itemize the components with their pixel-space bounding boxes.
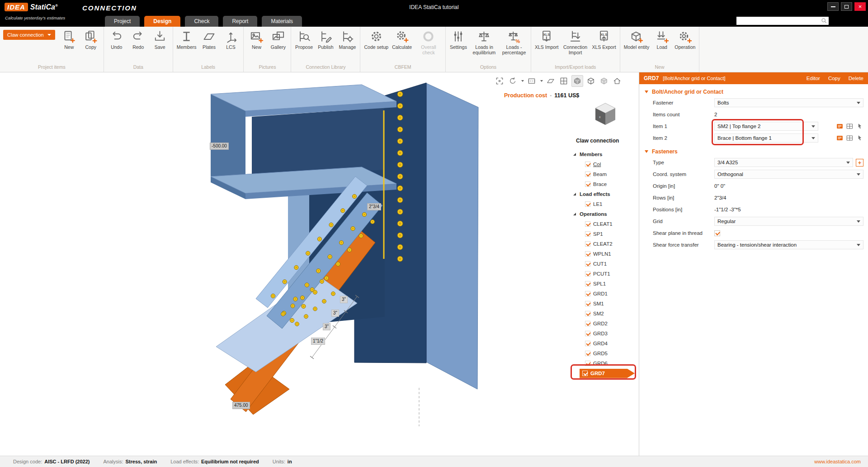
prop-dropdown-type[interactable]: 3/4 A325 (714, 158, 853, 167)
prop-dropdown-item-1[interactable]: SM2 | Top flange 2 (714, 122, 818, 131)
tree-item-le1[interactable]: LE1 (568, 199, 638, 209)
model-3d-view[interactable] (0, 72, 639, 456)
props-action-editor[interactable]: Editor (807, 76, 820, 81)
props-action-copy[interactable]: Copy (828, 76, 840, 81)
checkbox-checked-icon[interactable] (585, 201, 590, 207)
tree-item-cut1[interactable]: CUT1 (568, 259, 638, 269)
checkbox-checked-icon[interactable] (585, 172, 590, 177)
tree-section-operations[interactable]: Operations (568, 209, 638, 219)
ribbon-button-load[interactable]: Load (651, 28, 672, 51)
minimize-icon[interactable] (827, 2, 839, 11)
tree-item-grd5[interactable]: GRD5 (568, 348, 638, 358)
tree-item-sp1[interactable]: SP1 (568, 229, 638, 239)
tree-item-grd2[interactable]: GRD2 (568, 319, 638, 329)
tree-item-grd4[interactable]: GRD4 (568, 338, 638, 348)
expander-icon[interactable] (573, 193, 576, 195)
ribbon-button-settings[interactable]: Settings (448, 28, 469, 51)
tree-item-cleat1[interactable]: CLEAT1 (568, 219, 638, 229)
checkbox-checked-icon[interactable] (585, 361, 590, 366)
checkbox-checked-icon[interactable] (585, 331, 590, 336)
tree-item-cleat2[interactable]: CLEAT2 (568, 239, 638, 249)
tree-section-load-effects[interactable]: Load effects (568, 189, 638, 199)
ribbon-button-xls-import[interactable]: XLSXLS Import (533, 28, 560, 51)
ribbon-button-new[interactable]: New (246, 28, 267, 51)
tab-materials[interactable]: Materials (262, 16, 302, 27)
props-action-delete[interactable]: Delete (849, 76, 863, 81)
editor-icon[interactable] (836, 134, 844, 142)
ribbon-button-propose[interactable]: Propose (293, 28, 314, 51)
tab-check[interactable]: Check (185, 16, 218, 27)
ribbon-button-copy[interactable]: Copy (80, 28, 101, 51)
transparent-view-icon[interactable] (599, 75, 609, 87)
solid-view-icon[interactable] (571, 75, 583, 87)
clipping-box-icon[interactable] (526, 75, 537, 87)
tree-item-sm2[interactable]: SM2 (568, 309, 638, 319)
checkbox-checked-icon[interactable] (582, 371, 588, 376)
search-input[interactable] (736, 17, 821, 25)
checkbox-checked-icon[interactable] (585, 261, 590, 267)
ribbon-button-calculate[interactable]: Calculate (391, 28, 413, 51)
tree-item-grd7[interactable]: GRD7 (568, 368, 638, 378)
expander-icon[interactable] (573, 213, 576, 215)
checkbox-checked-icon[interactable] (585, 221, 590, 227)
add-item-button[interactable]: + (856, 159, 863, 167)
tree-item-pcut1[interactable]: PCUT1 (568, 269, 638, 279)
checkbox-checked-icon[interactable] (585, 162, 590, 167)
checkbox-checked-icon[interactable] (585, 231, 590, 237)
ribbon-button-redo[interactable]: Redo (128, 28, 149, 51)
pointer-icon[interactable] (856, 123, 863, 130)
ribbon-button-operation[interactable]: Operation (673, 28, 697, 51)
maximize-icon[interactable] (841, 2, 852, 11)
tree-item-brace[interactable]: Brace (568, 179, 638, 189)
tree-item-beam[interactable]: Beam (568, 169, 638, 179)
ribbon-button-manage[interactable]: Manage (337, 28, 358, 51)
checkbox-checked-icon[interactable] (585, 321, 590, 326)
home-view-icon[interactable] (612, 75, 623, 87)
checkbox-checked-icon[interactable] (585, 291, 590, 296)
tree-item-grd3[interactable]: GRD3 (568, 329, 638, 338)
checkbox-shear-plane-in-thread[interactable] (714, 230, 720, 236)
prop-dropdown-coord-system[interactable]: Orthogonal (714, 170, 863, 179)
checkbox-checked-icon[interactable] (585, 281, 590, 286)
pointer-icon[interactable] (856, 134, 863, 142)
chevron-down-icon[interactable] (521, 80, 524, 82)
grid-icon[interactable] (846, 123, 854, 130)
ribbon-button-publish[interactable]: Publish (315, 28, 336, 51)
tab-project[interactable]: Project (105, 16, 140, 27)
tree-item-grd6[interactable]: GRD6 (568, 358, 638, 368)
checkbox-checked-icon[interactable] (585, 341, 590, 346)
search-icon[interactable] (821, 17, 828, 24)
grid-icon[interactable] (846, 134, 854, 142)
website-link[interactable]: www.ideastatica.com (814, 459, 861, 464)
ribbon-button-code-setup[interactable]: Code setup (363, 28, 390, 51)
grid-view-icon[interactable] (558, 75, 569, 87)
fit-view-icon[interactable] (494, 75, 505, 87)
prop-dropdown-fastener[interactable]: Bolts (714, 98, 863, 107)
tree-item-wpln1[interactable]: WPLN1 (568, 249, 638, 259)
ribbon-button-loads-percentage[interactable]: %Loads - percentage (500, 28, 528, 56)
ribbon-button-undo[interactable]: Undo (106, 28, 127, 51)
chevron-down-icon[interactable] (540, 80, 543, 82)
tree-section-members[interactable]: Members (568, 149, 638, 159)
tree-item-col[interactable]: Col (568, 159, 638, 169)
ribbon-button-members[interactable]: Members (175, 28, 198, 51)
prop-dropdown-grid[interactable]: Regular (714, 217, 863, 226)
ribbon-button-lcs[interactable]: LCS (220, 28, 241, 51)
ribbon-button-model-entity[interactable]: Model entity (623, 28, 651, 51)
connection-selector[interactable]: Claw connection (3, 30, 55, 40)
ribbon-button-new[interactable]: New (59, 28, 80, 51)
expander-icon[interactable] (573, 153, 576, 156)
checkbox-checked-icon[interactable] (585, 311, 590, 316)
checkbox-checked-icon[interactable] (585, 271, 590, 276)
ribbon-button-plates[interactable]: Plates (198, 28, 219, 51)
tab-report[interactable]: Report (223, 16, 257, 27)
ribbon-button-gallery[interactable]: Gallery (268, 28, 288, 51)
checkbox-checked-icon[interactable] (585, 351, 590, 356)
ribbon-button-connection-import[interactable]: Connection Import (561, 28, 590, 56)
checkbox-checked-icon[interactable] (585, 251, 590, 257)
ribbon-button-xls-export[interactable]: XLSXLS Export (591, 28, 618, 51)
close-icon[interactable]: × (854, 2, 866, 11)
tree-item-sm1[interactable]: SM1 (568, 299, 638, 309)
section-plane-icon[interactable] (545, 75, 556, 87)
tab-design[interactable]: Design (144, 16, 180, 27)
